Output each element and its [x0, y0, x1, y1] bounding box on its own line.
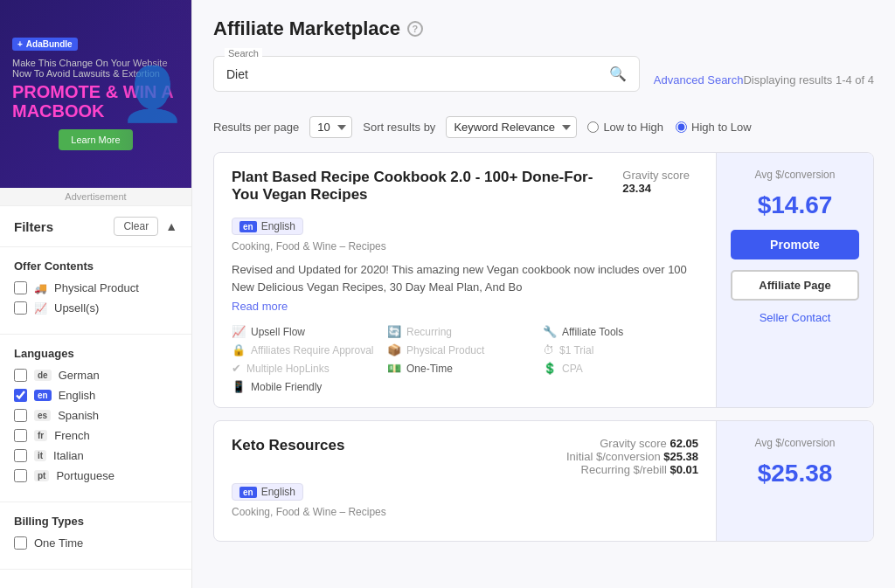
- results-per-page-select[interactable]: 10 25 50: [309, 116, 352, 138]
- german-label[interactable]: German: [59, 369, 100, 382]
- recurring-label: Recurring: [406, 326, 452, 338]
- spanish-checkbox[interactable]: [14, 409, 27, 422]
- es-badge: es: [34, 410, 51, 421]
- physical-product-feat-label: Physical Product: [406, 344, 484, 356]
- en-badge: en: [34, 390, 52, 401]
- portuguese-checkbox[interactable]: [14, 469, 27, 482]
- card-body-keto: Keto Resources Gravity score 62.05 Initi…: [214, 421, 716, 541]
- hoplinks-icon: ✔: [232, 362, 241, 375]
- main-content: Affiliate Marketplace ? Search 🔍 Advance…: [192, 0, 895, 588]
- feature-cpa: 💲 CPA: [543, 362, 698, 375]
- high-to-low-input[interactable]: [676, 121, 687, 133]
- keto-lang-code-badge: en: [239, 487, 257, 498]
- german-checkbox[interactable]: [14, 369, 27, 382]
- filter-english: en English: [14, 389, 177, 402]
- portuguese-label[interactable]: Portuguese: [56, 469, 114, 482]
- language-tag: en English: [232, 218, 303, 235]
- upsell-label[interactable]: Upsell(s): [54, 301, 99, 315]
- mobile-label: Mobile Friendly: [251, 381, 322, 393]
- filter-portuguese: pt Portuguese: [14, 469, 177, 482]
- feature-require-approval: 🔒 Affiliates Require Approval: [232, 343, 387, 356]
- low-to-high-label: Low to High: [603, 121, 663, 134]
- search-icon[interactable]: 🔍: [609, 66, 627, 82]
- english-checkbox[interactable]: [14, 389, 27, 402]
- filters-title: Filters: [14, 219, 53, 234]
- avg-conversion-price: $14.67: [758, 191, 833, 219]
- filter-german: de German: [14, 369, 177, 382]
- english-label[interactable]: English: [59, 389, 96, 402]
- upsell-checkbox[interactable]: [14, 301, 27, 315]
- languages-title: Languages: [14, 347, 177, 360]
- search-bar: Search 🔍: [213, 56, 640, 92]
- italian-label[interactable]: Italian: [53, 449, 84, 462]
- advanced-search-link[interactable]: Advanced Search: [654, 73, 744, 86]
- affiliate-tools-label: Affiliate Tools: [562, 326, 623, 338]
- keto-avg-price: $25.38: [758, 460, 833, 488]
- one-time-feat-label: One-Time: [406, 363, 453, 375]
- physical-product-label[interactable]: Physical Product: [54, 281, 139, 294]
- trial-icon: ⏱: [543, 343, 554, 356]
- keto-initial: Initial $/conversion $25.38: [566, 450, 698, 463]
- low-to-high-input[interactable]: [587, 121, 599, 133]
- card-sidebar-plant-based: Avg $/conversion $14.67 Promote Affiliat…: [716, 153, 873, 407]
- languages-section: Languages de German en English es Spanis…: [0, 335, 191, 502]
- affiliate-tools-icon: 🔧: [543, 325, 557, 338]
- one-time-label[interactable]: One Time: [34, 536, 83, 550]
- product-card-plant-based: Plant Based Recipe Cookbook 2.0 - 100+ D…: [213, 152, 874, 408]
- keto-avg-label: Avg $/conversion: [755, 437, 836, 449]
- pt-badge: pt: [34, 470, 49, 481]
- lang-label: English: [261, 220, 295, 232]
- filter-italian: it Italian: [14, 449, 177, 462]
- one-time-feat-icon: 💵: [387, 362, 401, 375]
- italian-checkbox[interactable]: [14, 449, 27, 462]
- spanish-label[interactable]: Spanish: [58, 409, 99, 422]
- keto-gravity: Gravity score 62.05 Initial $/conversion…: [566, 437, 698, 476]
- card-body-plant-based: Plant Based Recipe Cookbook 2.0 - 100+ D…: [214, 153, 716, 407]
- keto-product-title: Keto Resources: [232, 437, 344, 454]
- sort-select[interactable]: Keyword Relevance Gravity Avg $/conversi…: [446, 116, 577, 138]
- keto-category: Cooking, Food & Wine – Recipes: [232, 506, 698, 518]
- french-checkbox[interactable]: [14, 429, 27, 442]
- feature-mobile-friendly: 📱 Mobile Friendly: [232, 380, 387, 393]
- mobile-icon: 📱: [232, 380, 246, 393]
- sort-label: Sort results by: [363, 121, 435, 134]
- upsell-flow-label: Upsell Flow: [251, 326, 305, 338]
- title-row: Plant Based Recipe Cookbook 2.0 - 100+ D…: [232, 169, 698, 211]
- promote-button[interactable]: Promote: [731, 230, 859, 259]
- filters-actions: Clear ▲: [114, 217, 177, 236]
- advertisement-label: Advertisement: [0, 188, 191, 206]
- feature-physical-product: 📦 Physical Product: [387, 343, 543, 356]
- affiliate-page-button[interactable]: Affiliate Page: [731, 270, 859, 301]
- physical-product-icon: 📦: [387, 343, 401, 356]
- one-time-checkbox[interactable]: [14, 536, 27, 550]
- low-to-high-radio[interactable]: Low to High: [587, 121, 663, 134]
- controls-row: Results per page 10 25 50 Sort results b…: [213, 116, 874, 138]
- search-row: Search 🔍 Advanced Search Displaying resu…: [213, 56, 874, 104]
- sort-direction-group: Low to High High to Low: [587, 121, 751, 134]
- search-input[interactable]: [226, 67, 602, 81]
- sidebar: +AdaBundle Make This Change On Your Webs…: [0, 0, 192, 588]
- de-badge: de: [34, 370, 52, 381]
- results-per-page-label: Results per page: [213, 121, 299, 134]
- filter-spanish: es Spanish: [14, 409, 177, 422]
- require-approval-icon: 🔒: [232, 343, 246, 356]
- ad-banner: +AdaBundle Make This Change On Your Webs…: [0, 0, 191, 188]
- filters-header: Filters Clear ▲: [0, 206, 191, 247]
- physical-product-checkbox[interactable]: [14, 281, 27, 294]
- offer-contents-title: Offer Contents: [14, 259, 177, 273]
- hoplinks-label: Multiple HopLinks: [246, 363, 330, 375]
- read-more-link[interactable]: Read more: [232, 300, 288, 313]
- clear-filters-button[interactable]: Clear: [114, 217, 158, 236]
- seller-contact-link[interactable]: Seller Contact: [760, 311, 831, 324]
- french-label[interactable]: French: [54, 429, 89, 442]
- page-title: Affiliate Marketplace: [213, 17, 400, 40]
- feature-recurring: 🔄 Recurring: [387, 325, 543, 338]
- product-card-keto: Keto Resources Gravity score 62.05 Initi…: [213, 420, 874, 542]
- filter-french: fr French: [14, 429, 177, 442]
- feature-upsell-flow: 📈 Upsell Flow: [232, 325, 387, 338]
- billing-types-section: Billing Types One Time: [0, 502, 191, 570]
- high-to-low-radio[interactable]: High to Low: [676, 121, 752, 134]
- help-icon[interactable]: ?: [407, 21, 423, 37]
- fr-badge: fr: [34, 430, 47, 441]
- page-header: Affiliate Marketplace ?: [213, 17, 874, 40]
